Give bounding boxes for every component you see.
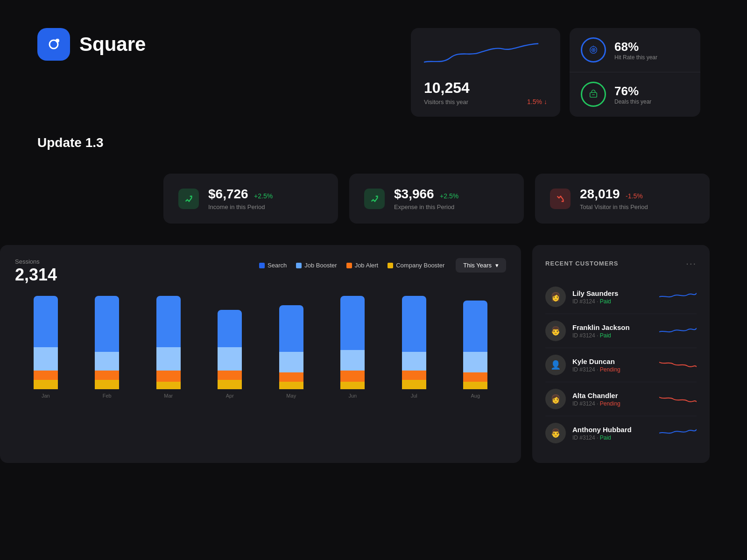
expense-label: Expense in this Period <box>394 203 458 210</box>
visitor-icon <box>550 189 571 209</box>
customers-header: RECENT CUSTOMERS ··· <box>545 258 697 269</box>
bar-label: Mar <box>164 393 173 399</box>
bar-group: Aug <box>445 301 507 399</box>
income-card: $6,726 +2.5% Income in this Period <box>163 174 338 224</box>
customer-left: 👩 Lily Saunders ID #3124 · Paid <box>545 287 618 307</box>
status-badge: Paid <box>600 332 611 339</box>
customer-id: ID #3124 · Paid <box>572 332 630 339</box>
bar-group: Jul <box>383 296 445 399</box>
visitor-number: 10,254 <box>424 79 470 97</box>
svg-point-6 <box>592 49 594 51</box>
income-change: +2.5% <box>254 192 273 200</box>
customer-left: 👨 Franklin Jackson ID #3124 · Paid <box>545 321 630 341</box>
customer-left: 👩 Alta Chandler ID #3124 · Pending <box>545 389 620 409</box>
logo-icon <box>37 28 70 61</box>
expense-change: +2.5% <box>440 192 458 200</box>
customer-name: Kyle Duncan <box>572 357 620 365</box>
customer-name: Franklin Jackson <box>572 323 630 331</box>
bar-group: Mar <box>138 296 199 399</box>
deals-icon <box>581 82 606 107</box>
mini-chart <box>659 288 697 305</box>
total-visitor-label: Total Visitor in this Period <box>580 203 648 210</box>
avatar: 👤 <box>545 355 566 375</box>
bar-label: May <box>286 393 296 399</box>
stat-cards-row: $6,726 +2.5% Income in this Period $3,96… <box>0 155 747 224</box>
customers-list: 👩 Lily Saunders ID #3124 · Paid 👨 Frankl… <box>545 280 697 450</box>
income-icon <box>178 189 199 209</box>
status-badge: Paid <box>600 434 611 441</box>
customers-title: RECENT CUSTOMERS <box>545 260 619 267</box>
bar-label: Jun <box>348 393 357 399</box>
deals-desc: Deals this year <box>614 98 651 105</box>
customer-id: ID #3124 · Pending <box>572 400 620 407</box>
avatar: 👨 <box>545 423 566 443</box>
avatar: 👩 <box>545 389 566 409</box>
status-badge: Pending <box>600 366 620 373</box>
customer-row: 👤 Kyle Duncan ID #3124 · Pending <box>545 348 697 382</box>
expense-card: $3,966 +2.5% Expense in this Period <box>349 174 524 224</box>
logo-section: Square <box>37 28 146 61</box>
chart-filter-button[interactable]: This Years ▾ <box>456 258 506 273</box>
deals-percent: 76% <box>614 84 651 98</box>
bar-group: Feb <box>77 296 138 399</box>
metric-card-deals: 76% Deals this year <box>570 72 700 116</box>
chart-panel: Sessions 2,314 Search Job Booster <box>0 245 521 463</box>
customer-row: 👨 Anthony Hubbard ID #3124 · Paid <box>545 416 697 450</box>
bar-group: Jun <box>322 296 384 399</box>
customer-row: 👩 Lily Saunders ID #3124 · Paid <box>545 280 697 314</box>
customer-name: Lily Saunders <box>572 289 618 297</box>
bar-group: Apr <box>199 310 261 399</box>
legend-job-alert: Job Alert <box>346 262 379 269</box>
customers-panel: RECENT CUSTOMERS ··· 👩 Lily Saunders ID … <box>532 245 710 463</box>
more-options-icon[interactable]: ··· <box>686 258 697 269</box>
mini-chart <box>659 322 697 339</box>
total-visitor-card: 28,019 -1.5% Total Visitor in this Perio… <box>535 174 710 224</box>
header: Square 10,254 Visitors this year 1.5% <box>0 0 747 117</box>
update-section: Update 1.3 <box>0 117 747 150</box>
legend-company-booster: Company Booster <box>388 262 444 269</box>
hit-rate-desc: Hit Rate this year <box>614 54 657 61</box>
bar-group: May <box>261 305 322 399</box>
visitor-change: 1.5% ↓ <box>527 98 547 105</box>
metric-cards: 68% Hit Rate this year <box>570 28 700 117</box>
customer-left: 👨 Anthony Hubbard ID #3124 · Paid <box>545 423 632 443</box>
bar-chart: JanFebMarAprMayJunJulAug <box>15 296 506 399</box>
customer-id: ID #3124 · Pending <box>572 366 620 373</box>
hit-rate-icon <box>581 37 606 63</box>
customer-id: ID #3124 · Paid <box>572 434 632 441</box>
mini-chart <box>659 357 697 373</box>
customer-id: ID #3124 · Paid <box>572 298 618 305</box>
visitor-chart <box>424 39 547 72</box>
legend-job-booster: Job Booster <box>296 262 337 269</box>
income-value: $6,726 <box>208 187 248 201</box>
customer-name: Alta Chandler <box>572 392 620 399</box>
mini-chart <box>659 391 697 407</box>
mini-chart <box>659 425 697 441</box>
chart-legend: Search Job Booster Job Alert Compan <box>259 262 444 269</box>
expense-icon <box>364 189 385 209</box>
expense-value: $3,966 <box>394 187 434 201</box>
update-title: Update 1.3 <box>37 135 710 150</box>
bar-label: Apr <box>226 393 234 399</box>
bar-label: Feb <box>103 393 112 399</box>
sessions-value: 2,314 <box>15 265 57 285</box>
status-badge: Pending <box>600 400 620 407</box>
bottom-section: Sessions 2,314 Search Job Booster <box>0 228 747 463</box>
visitor-label: Visitors this year <box>424 98 470 105</box>
bar-label: Jan <box>42 393 50 399</box>
sessions-label: Sessions <box>15 258 57 265</box>
income-label: Income in this Period <box>208 203 273 210</box>
svg-rect-0 <box>45 36 63 53</box>
avatar: 👩 <box>545 287 566 307</box>
hit-rate-percent: 68% <box>614 40 657 54</box>
bar-group: Jan <box>15 296 77 399</box>
svg-point-2 <box>56 39 59 42</box>
bar-label: Jul <box>411 393 417 399</box>
legend-search: Search <box>259 262 287 269</box>
bar-label: Aug <box>471 393 480 399</box>
customer-name: Anthony Hubbard <box>572 426 632 434</box>
total-visitor-value: 28,019 <box>580 187 620 201</box>
metric-card-hitrate: 68% Hit Rate this year <box>570 28 700 72</box>
main-wrapper: Square 10,254 Visitors this year 1.5% <box>0 0 747 560</box>
customer-left: 👤 Kyle Duncan ID #3124 · Pending <box>545 355 620 375</box>
